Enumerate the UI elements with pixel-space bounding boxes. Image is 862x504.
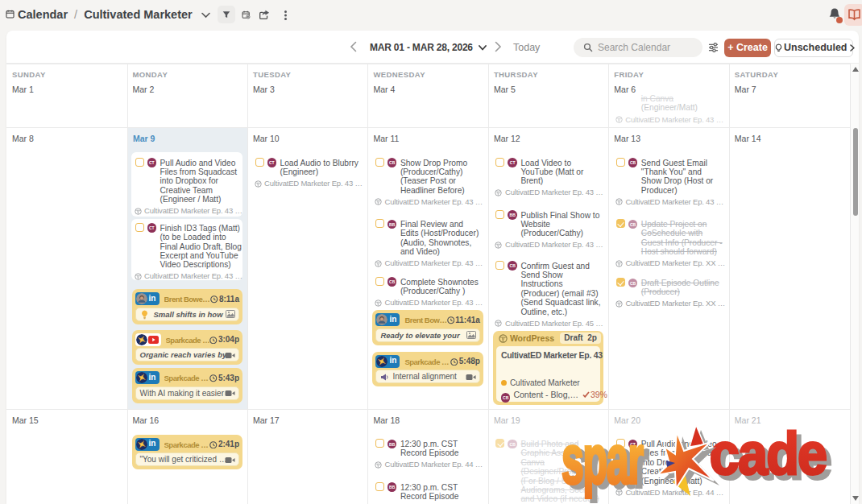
svg-text:spar: spar bbox=[562, 422, 644, 498]
svg-text:cade: cade bbox=[710, 422, 827, 487]
